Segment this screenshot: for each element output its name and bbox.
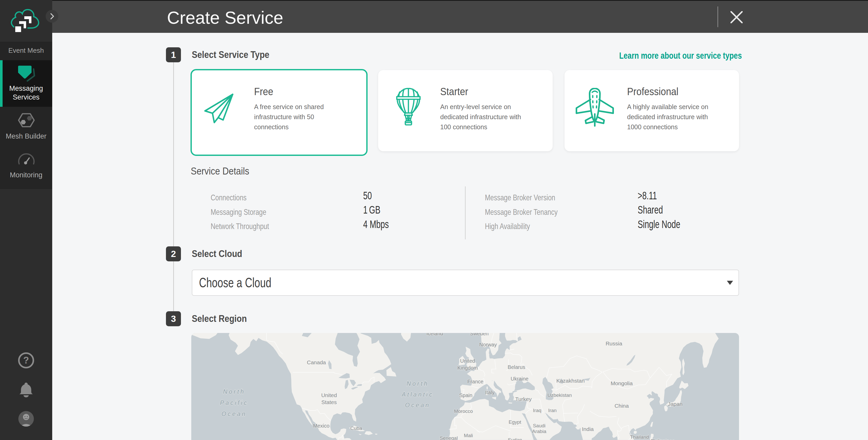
svg-text:Turkey: Turkey xyxy=(515,396,532,402)
svg-text:Morocco: Morocco xyxy=(454,408,473,414)
svg-text:Canada: Canada xyxy=(307,359,326,365)
svg-text:Japan: Japan xyxy=(668,401,682,407)
svg-text:?: ? xyxy=(23,355,29,366)
svg-text:Ocean: Ocean xyxy=(221,411,247,417)
svg-text:Mexico: Mexico xyxy=(313,423,329,429)
svg-text:Senegal: Senegal xyxy=(440,435,458,440)
svg-text:Italy: Italy xyxy=(485,389,495,395)
svg-text:United: United xyxy=(460,358,475,364)
svg-text:Norway: Norway xyxy=(479,342,497,347)
svg-text:Ukraine: Ukraine xyxy=(511,376,529,382)
svg-text:Sweden: Sweden xyxy=(470,333,489,336)
svg-text:Mali: Mali xyxy=(464,433,473,438)
svg-text:Egypt: Egypt xyxy=(509,419,521,425)
svg-text:Uzbekistan: Uzbekistan xyxy=(548,392,572,398)
svg-text:Arabia: Arabia xyxy=(532,429,547,434)
svg-text:Iran: Iran xyxy=(548,408,557,413)
svg-text:China: China xyxy=(615,403,629,409)
svg-text:Philippines: Philippines xyxy=(651,438,675,440)
svg-text:India: India xyxy=(582,426,594,432)
svg-text:Atlantic: Atlantic xyxy=(401,391,433,398)
svg-text:Pacific: Pacific xyxy=(220,400,248,406)
svg-text:Spain: Spain xyxy=(459,392,472,398)
svg-text:Kazakhstan: Kazakhstan xyxy=(556,378,585,384)
svg-text:Iceland: Iceland xyxy=(427,333,443,336)
svg-text:France: France xyxy=(467,379,484,384)
svg-text:United: United xyxy=(321,392,337,398)
svg-text:Thailand: Thailand xyxy=(630,434,649,440)
svg-text:Saudi: Saudi xyxy=(533,423,546,428)
svg-text:Kingdom: Kingdom xyxy=(458,365,478,371)
svg-text:Russia: Russia xyxy=(606,341,622,346)
svg-text:Ocean: Ocean xyxy=(405,402,430,408)
svg-text:North: North xyxy=(407,380,429,387)
svg-text:North: North xyxy=(223,388,245,395)
svg-text:Belarus: Belarus xyxy=(508,364,525,370)
svg-text:Iraq: Iraq xyxy=(533,408,541,413)
svg-text:Cuba: Cuba xyxy=(350,426,362,431)
svg-text:Mongolia: Mongolia xyxy=(611,380,633,386)
svg-text:States: States xyxy=(321,399,337,405)
svg-text:Sudan: Sudan xyxy=(508,437,522,440)
